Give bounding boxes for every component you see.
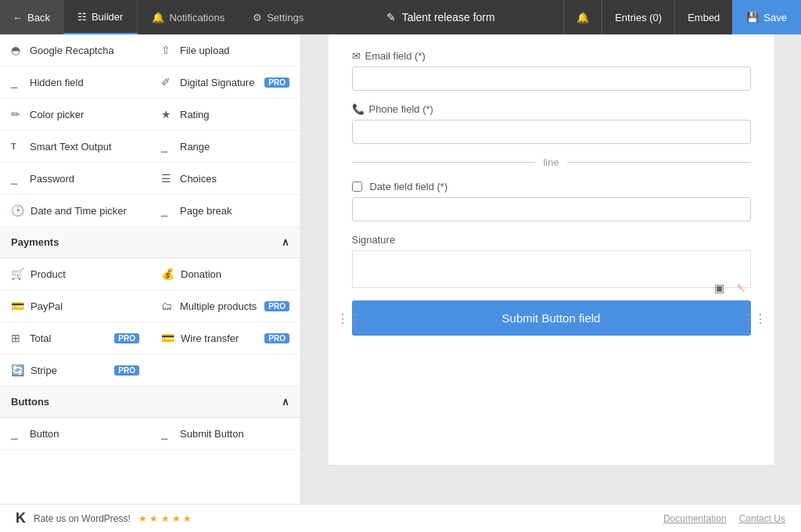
pro-badge-stripe: PRO [114, 365, 139, 376]
bell-nav-icon[interactable]: 🔔 [563, 0, 602, 34]
choices-icon: ☰ [161, 172, 174, 185]
contact-link[interactable]: Contact Us [739, 513, 785, 524]
payments-collapse-icon[interactable]: ∧ [282, 236, 289, 248]
edit-icon: ✎ [386, 11, 396, 23]
submit-button-row: ▣ ␡ ⋮⋮ Submit Button field ⋮⋮ [352, 300, 751, 336]
sidebar-item-file-upload[interactable]: ⇧ File upload [150, 34, 300, 66]
signature-label-text: Signature [352, 234, 751, 246]
gear-icon: ⚙ [253, 12, 262, 23]
sidebar-item-total[interactable]: ⊞ Total PRO [0, 322, 150, 354]
save-button[interactable]: 💾 Save [732, 0, 801, 34]
rate-text: Rate us on WordPress! [34, 513, 131, 524]
hidden-field-label: Hidden field [30, 77, 84, 88]
back-label: Back [27, 12, 50, 23]
paypal-icon: 💳 [11, 300, 24, 312]
payments-items: 🛒 Product 💰 Donation 💳 PayPal 🗂 Multiple… [0, 258, 300, 386]
range-icon: ⎯ [161, 140, 174, 153]
top-navigation: ← Back ☷ Builder 🔔 Notifications ⚙ Setti… [0, 0, 801, 34]
sidebar-item-password[interactable]: ⎯ Password [0, 163, 150, 195]
documentation-link[interactable]: Documentation [663, 513, 727, 524]
sidebar-item-page-break[interactable]: ⎯ Page break [150, 195, 300, 227]
signature-canvas [352, 250, 751, 288]
sidebar-item-rating[interactable]: ★ Rating [150, 99, 300, 131]
form-title: ✎ Talent release form [318, 11, 563, 23]
bell-icon-2: 🔔 [577, 12, 589, 23]
notifications-button[interactable]: 🔔 Notifications [138, 0, 239, 34]
date-input[interactable] [352, 197, 751, 221]
text-icon: T [11, 142, 23, 151]
embed-button[interactable]: Embed [674, 0, 732, 34]
entries-button[interactable]: Entries (0) [602, 0, 674, 34]
buttons-items: ⎯ Button ⎯ Submit Button [0, 418, 300, 450]
back-icon: ← [13, 12, 23, 23]
footer-left: K Rate us on WordPress! ★ ★ ★ ★ ★ [16, 510, 192, 527]
builder-icon: ☷ [77, 11, 87, 23]
multiple-products-label: Multiple products [180, 300, 257, 312]
payments-label: Payments [11, 236, 59, 248]
date-icon: 🕑 [11, 204, 24, 217]
pro-badge-total: PRO [114, 333, 139, 343]
drag-handle-left[interactable]: ⋮⋮ [336, 311, 361, 325]
phone-icon: 📞 [352, 103, 365, 115]
submit-button-label: Submit Button [180, 428, 244, 440]
drag-handle-right[interactable]: ⋮⋮ [742, 311, 767, 325]
sidebar-item-hidden-field[interactable]: ⎯ Hidden field [0, 66, 150, 99]
sidebar-item-multiple-products[interactable]: 🗂 Multiple products PRO [150, 290, 300, 322]
product-icon: 🛒 [11, 268, 24, 280]
payments-section-header: Payments ∧ [0, 227, 300, 258]
signature-area: Signature [352, 234, 751, 288]
choices-label: Choices [180, 173, 217, 185]
divider-line: line [352, 156, 751, 168]
hidden-icon: ⎯ [11, 76, 23, 88]
sidebar-item-smart-text[interactable]: T Smart Text Output [0, 131, 150, 163]
sidebar-item-wire-transfer[interactable]: 💳 Wire transfer PRO [150, 322, 300, 354]
footer-logo: K [16, 510, 26, 527]
submit-button[interactable]: Submit Button field [352, 300, 751, 336]
sidebar-top-items: ◓ Google Recaptcha ⇧ File upload ⎯ Hidde… [0, 34, 300, 227]
page-break-icon: ⎯ [161, 204, 174, 217]
sidebar-item-digital-signature[interactable]: ✐ Digital Signature PRO [150, 66, 300, 99]
paypal-label: PayPal [31, 300, 63, 312]
sidebar-item-range[interactable]: ⎯ Range [150, 131, 300, 163]
phone-field-group: 📞 Phone field (*) [352, 103, 751, 144]
password-icon: ⎯ [11, 172, 23, 185]
email-label: ✉ Email field (*) [352, 50, 751, 62]
form-title-text: Talent release form [402, 11, 495, 23]
sidebar-item-google-recaptcha[interactable]: ◓ Google Recaptcha [0, 34, 150, 66]
phone-input[interactable] [352, 120, 751, 144]
entries-label: Entries (0) [615, 12, 662, 23]
date-checkbox[interactable] [352, 182, 362, 192]
sidebar-item-donation[interactable]: 💰 Donation [150, 258, 300, 290]
builder-tab[interactable]: ☷ Builder [63, 0, 138, 34]
sidebar-item-color-picker[interactable]: ✏ Color picker [0, 99, 150, 131]
total-icon: ⊞ [11, 332, 23, 344]
sidebar-item-button[interactable]: ⎯ Button [0, 418, 150, 450]
recaptcha-label: Google Recaptcha [30, 45, 114, 56]
main-layout: ◓ Google Recaptcha ⇧ File upload ⎯ Hidde… [0, 34, 801, 504]
sidebar-item-choices[interactable]: ☰ Choices [150, 163, 300, 195]
email-input[interactable] [352, 66, 751, 91]
sidebar-item-stripe[interactable]: 🔄 Stripe PRO [0, 354, 150, 386]
rating-label: Rating [180, 109, 210, 120]
stripe-label: Stripe [31, 365, 57, 376]
footer-right: Documentation Contact Us [663, 513, 785, 524]
sidebar-item-submit-button[interactable]: ⎯ Submit Button [150, 418, 300, 450]
date-label: Date field field (*) [352, 181, 751, 192]
settings-button[interactable]: ⚙ Settings [239, 0, 318, 34]
sidebar-item-product[interactable]: 🛒 Product [0, 258, 150, 290]
delete-tool-button[interactable]: ␡ [732, 279, 751, 297]
back-button[interactable]: ← Back [0, 0, 63, 34]
sidebar-item-date-picker[interactable]: 🕑 Date and Time picker [0, 195, 150, 227]
copy-tool-button[interactable]: ▣ [710, 279, 729, 297]
wire-transfer-label: Wire transfer [181, 332, 239, 344]
button-icon: ⎯ [11, 427, 23, 440]
recaptcha-icon: ◓ [11, 44, 23, 56]
sidebar-item-paypal[interactable]: 💳 PayPal [0, 290, 150, 322]
stripe-icon: 🔄 [11, 364, 24, 376]
date-picker-label: Date and Time picker [31, 205, 127, 217]
pro-badge-signature: PRO [264, 77, 289, 88]
embed-label: Embed [688, 12, 720, 23]
save-icon: 💾 [746, 12, 759, 23]
buttons-collapse-icon[interactable]: ∧ [282, 396, 289, 408]
submit-tools: ▣ ␡ [710, 279, 751, 297]
